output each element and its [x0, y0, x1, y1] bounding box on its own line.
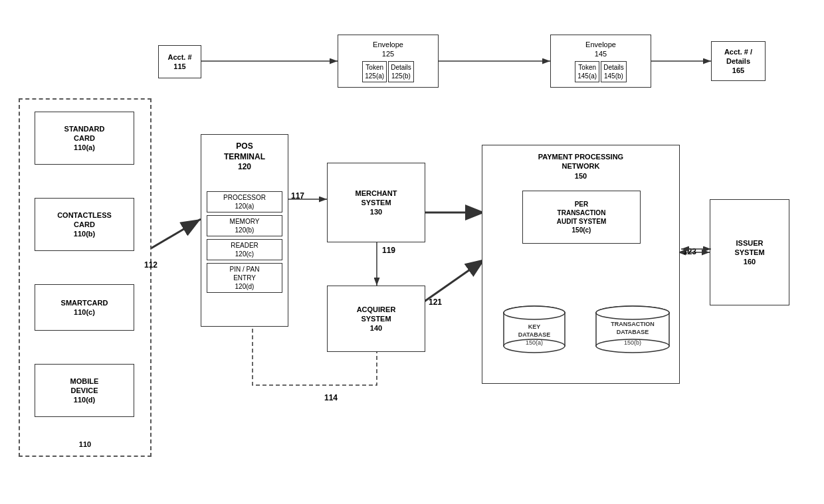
label-114: 114 — [324, 393, 338, 402]
transaction-database: TRANSACTION DATABASE 150(b) — [593, 305, 672, 360]
envelope-125-title: Envelope125 — [373, 40, 403, 59]
envelope-145-title: Envelope145 — [585, 40, 616, 59]
pos-terminal-label: POSTERMINAL120 — [201, 141, 288, 173]
reader-box: READER120(c) — [207, 239, 282, 260]
acquirer-system-box: ACQUIRERSYSTEM140 — [327, 286, 425, 352]
trans-db-svg: TRANSACTION DATABASE 150(b) — [593, 305, 672, 358]
ppn-label: PAYMENT PROCESSINGNETWORK150 — [482, 152, 679, 181]
details-125b-box: Details125(b) — [388, 61, 414, 82]
label-112: 112 — [144, 260, 157, 270]
key-database: KEY DATABASE 150(a) — [501, 305, 567, 360]
acquirer-system-label: ACQUIRERSYSTEM140 — [357, 305, 396, 333]
label-117: 117 — [291, 191, 304, 201]
standard-card-label: STANDARDCARD110(a) — [64, 124, 105, 153]
acct-115-box: Acct. #115 — [158, 45, 201, 78]
merchant-system-label: MERCHANTSYSTEM130 — [356, 189, 397, 217]
acct-165-label: Acct. # /Details165 — [724, 47, 752, 76]
svg-text:DATABASE: DATABASE — [518, 331, 551, 338]
ppn-box: PAYMENT PROCESSINGNETWORK150 PERTRANSACT… — [482, 145, 680, 384]
token-125a-box: Token125(a) — [362, 61, 387, 82]
pin-pan-box: PIN / PANENTRY120(d) — [207, 263, 282, 293]
per-trans-label: PERTRANSACTIONAUDIT SYSTEM150(c) — [557, 200, 606, 234]
per-trans-audit-box: PERTRANSACTIONAUDIT SYSTEM150(c) — [522, 191, 641, 244]
label-119: 119 — [382, 246, 395, 255]
mobile-device-box: MOBILEDEVICE110(d) — [35, 364, 134, 417]
memory-box: MEMORY120(b) — [207, 215, 282, 236]
standard-card-box: STANDARDCARD110(a) — [35, 112, 134, 165]
label-121: 121 — [429, 297, 442, 307]
merchant-system-box: MERCHANTSYSTEM130 — [327, 163, 425, 242]
svg-text:KEY: KEY — [528, 323, 541, 330]
svg-text:DATABASE: DATABASE — [617, 329, 649, 335]
acct-115-label: Acct. #115 — [167, 52, 191, 72]
contactless-card-label: CONTACTLESSCARD110(b) — [57, 210, 112, 239]
svg-text:150(a): 150(a) — [526, 339, 543, 346]
group-110-label: 110 — [79, 440, 91, 449]
svg-text:TRANSACTION: TRANSACTION — [611, 321, 655, 327]
svg-text:150(b): 150(b) — [624, 339, 641, 346]
label-123: 123 — [683, 247, 696, 256]
smartcard-label: SMARTCARD110(c) — [61, 298, 108, 317]
acct-165-box: Acct. # /Details165 — [711, 41, 766, 81]
contactless-card-box: CONTACTLESSCARD110(b) — [35, 198, 134, 251]
processor-box: PROCESSOR120(a) — [207, 191, 282, 212]
pos-terminal-box: POSTERMINAL120 PROCESSOR120(a) MEMORY120… — [201, 134, 288, 327]
issuer-system-box: ISSUERSYSTEM160 — [710, 199, 789, 305]
key-db-svg: KEY DATABASE 150(a) — [501, 305, 567, 358]
svg-point-19 — [504, 306, 565, 319]
diagram: 110 STANDARDCARD110(a) CONTACTLESSCARD11… — [0, 0, 824, 504]
token-145a-box: Token145(a) — [575, 61, 599, 82]
envelope-145-box: Envelope145 Token145(a) Details145(b) — [550, 35, 651, 88]
svg-point-26 — [596, 306, 669, 319]
envelope-125-box: Envelope125 Token125(a) Details125(b) — [338, 35, 439, 88]
issuer-system-label: ISSUERSYSTEM160 — [734, 238, 764, 267]
mobile-device-label: MOBILEDEVICE110(d) — [70, 377, 99, 405]
details-145b-box: Details145(b) — [601, 61, 627, 82]
smartcard-box: SMARTCARD110(c) — [35, 284, 134, 331]
